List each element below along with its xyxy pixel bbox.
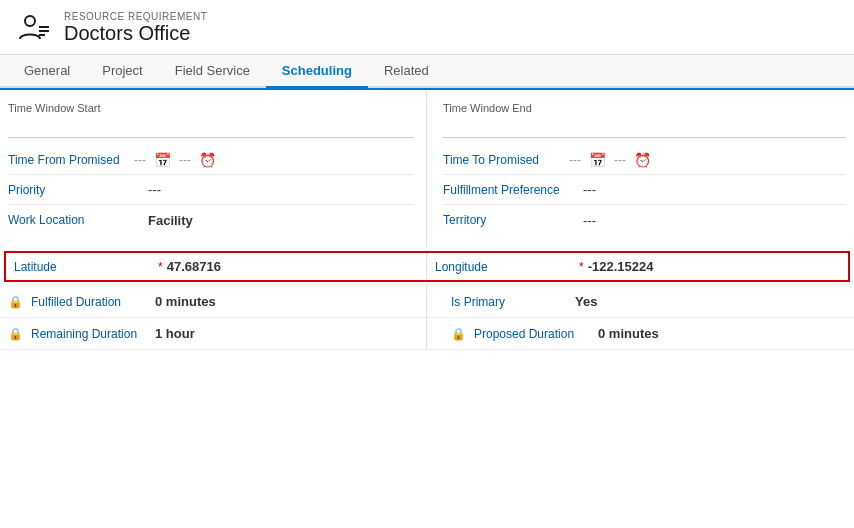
- tab-related[interactable]: Related: [368, 55, 445, 88]
- time-to-dash2: ---: [614, 153, 626, 167]
- remaining-duration-label: Remaining Duration: [31, 327, 151, 341]
- work-location-value: Facility: [148, 213, 193, 228]
- proposed-duration-label: Proposed Duration: [474, 327, 594, 341]
- page-title: Doctors Office: [64, 22, 207, 45]
- header-text-block: RESOURCE REQUIREMENT Doctors Office: [64, 11, 207, 45]
- time-window-end-label: Time Window End: [443, 102, 846, 114]
- tab-scheduling[interactable]: Scheduling: [266, 55, 368, 88]
- tab-project[interactable]: Project: [86, 55, 158, 88]
- longitude-value: -122.15224: [588, 259, 654, 274]
- time-window-start-section: Time Window Start: [8, 102, 414, 138]
- calendar-icon-left[interactable]: 📅: [152, 152, 173, 168]
- svg-point-0: [25, 16, 35, 26]
- time-window-start-input[interactable]: [8, 116, 414, 138]
- tab-general[interactable]: General: [16, 55, 86, 88]
- territory-field: Territory ---: [443, 205, 846, 235]
- time-window-end-section: Time Window End: [443, 102, 846, 138]
- left-pane: Time Window Start Time From Promised ---…: [0, 90, 427, 247]
- fulfilled-duration-value: 0 minutes: [155, 294, 216, 309]
- longitude-required-star: *: [579, 260, 584, 274]
- remaining-duration-value: 1 hour: [155, 326, 195, 341]
- remaining-duration-lock-icon: 🔒: [8, 327, 23, 341]
- latitude-value: 47.68716: [167, 259, 221, 274]
- clock-icon-right[interactable]: ⏰: [632, 152, 653, 168]
- work-location-label: Work Location: [8, 213, 148, 227]
- proposed-duration-value: 0 minutes: [598, 326, 659, 341]
- priority-value: ---: [148, 182, 161, 197]
- clock-icon-left[interactable]: ⏰: [197, 152, 218, 168]
- latitude-field: Latitude * 47.68716: [6, 253, 427, 280]
- form-body: Time Window Start Time From Promised ---…: [0, 88, 854, 247]
- fulfillment-pref-field: Fulfillment Preference ---: [443, 175, 846, 205]
- longitude-label: Longitude: [435, 260, 575, 274]
- is-primary-label: Is Primary: [451, 295, 571, 309]
- remaining-duration-field: 🔒 Remaining Duration 1 hour: [0, 318, 427, 350]
- nav-tabs: General Project Field Service Scheduling…: [0, 55, 854, 88]
- lat-lng-highlighted-row: Latitude * 47.68716 Longitude * -122.152…: [4, 251, 850, 282]
- page-subtitle: RESOURCE REQUIREMENT: [64, 11, 207, 22]
- time-from-dash1: ---: [134, 153, 146, 167]
- fulfillment-pref-value: ---: [583, 182, 596, 197]
- time-to-promised-row: Time To Promised --- 📅 --- ⏰: [443, 146, 846, 175]
- priority-field: Priority ---: [8, 175, 414, 205]
- fulfilled-duration-label: Fulfilled Duration: [31, 295, 151, 309]
- territory-label: Territory: [443, 213, 583, 227]
- bottom-fields: 🔒 Fulfilled Duration 0 minutes Is Primar…: [0, 286, 854, 350]
- time-from-dash2: ---: [179, 153, 191, 167]
- fulfilled-duration-lock-icon: 🔒: [8, 295, 23, 309]
- is-primary-value: Yes: [575, 294, 597, 309]
- tab-field-service[interactable]: Field Service: [159, 55, 266, 88]
- proposed-duration-lock-icon: 🔒: [451, 327, 466, 341]
- territory-value: ---: [583, 213, 596, 228]
- time-window-start-label: Time Window Start: [8, 102, 414, 114]
- fulfillment-pref-label: Fulfillment Preference: [443, 183, 583, 197]
- time-to-promised-label: Time To Promised: [443, 153, 563, 167]
- time-to-dash1: ---: [569, 153, 581, 167]
- work-location-field: Work Location Facility: [8, 205, 414, 235]
- latitude-label: Latitude: [14, 260, 154, 274]
- calendar-icon-right[interactable]: 📅: [587, 152, 608, 168]
- priority-label: Priority: [8, 183, 148, 197]
- longitude-field: Longitude * -122.15224: [427, 253, 848, 280]
- resource-requirement-icon: [16, 10, 52, 46]
- page-header: RESOURCE REQUIREMENT Doctors Office: [0, 0, 854, 55]
- latitude-required-star: *: [158, 260, 163, 274]
- fulfilled-duration-field: 🔒 Fulfilled Duration 0 minutes: [0, 286, 427, 318]
- proposed-duration-field: 🔒 Proposed Duration 0 minutes: [427, 318, 854, 350]
- time-from-promised-label: Time From Promised: [8, 153, 128, 167]
- is-primary-field: Is Primary Yes: [427, 286, 854, 318]
- right-pane: Time Window End Time To Promised --- 📅 -…: [427, 90, 854, 247]
- time-from-promised-row: Time From Promised --- 📅 --- ⏰: [8, 146, 414, 175]
- time-window-end-input[interactable]: [443, 116, 846, 138]
